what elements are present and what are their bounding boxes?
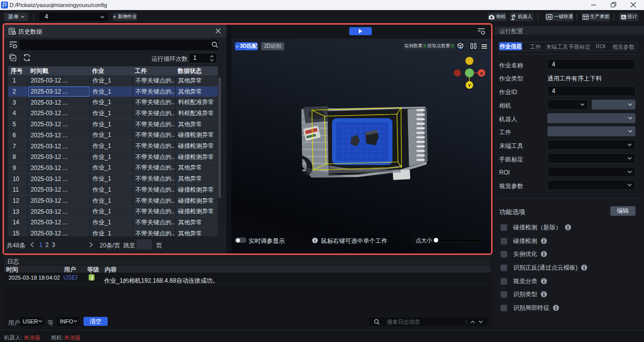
svg-text:AI: AI [547,15,551,19]
svg-text:X: X [480,71,483,76]
svg-text:Y: Y [468,83,471,88]
